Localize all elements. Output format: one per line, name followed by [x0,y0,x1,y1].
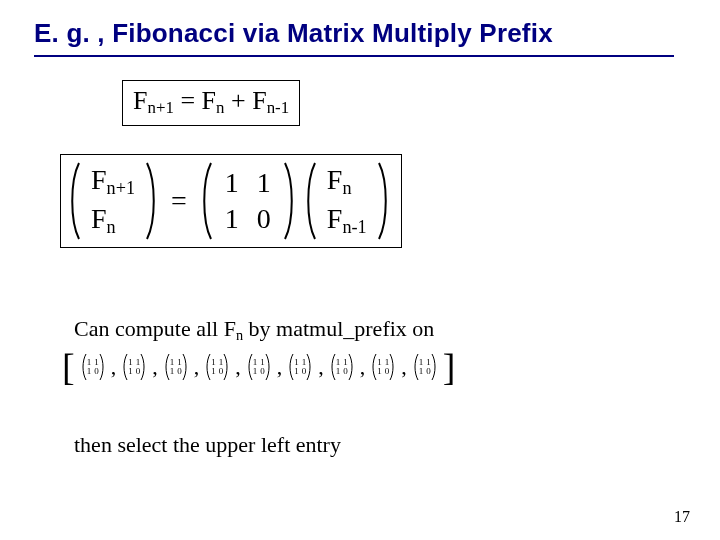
bracket-close: ] [441,352,458,382]
rec-t2-base: F [252,86,266,115]
paren-close-icon [140,353,146,381]
rec-t2-sub: n-1 [267,98,290,117]
mini-matrix: 1110 [413,353,437,381]
lhs-r1: Fn+1 [91,164,135,199]
rec-t1-base: F [202,86,216,115]
line1-pre: Can compute all F [74,316,236,341]
rec-plus: + [224,86,252,115]
bracket-open: [ [60,352,77,382]
mini-matrix: 1110 [81,353,105,381]
paren-open-icon [67,161,81,241]
paren-open-icon [303,161,317,241]
lhs-r1-sub: n+1 [107,178,135,198]
sequence-comma: , [109,354,119,380]
page-number: 17 [674,508,690,526]
matrix-sequence: [1110,1110,1110,1110,1110,1110,1110,1110… [60,352,457,382]
paren-close-icon [283,161,297,241]
title-block: E. g. , Fibonacci via Matrix Multiply Pr… [34,18,686,65]
mid-r2c1: 1 [223,203,241,235]
paren-close-icon [431,353,437,381]
paren-close-icon [182,353,188,381]
rhs-r2-sub: n-1 [342,217,366,237]
mid-r1c1: 1 [223,167,241,199]
rec-lhs-sub: n+1 [147,98,173,117]
slide: E. g. , Fibonacci via Matrix Multiply Pr… [0,0,720,540]
sequence-comma: , [275,354,285,380]
lhs-r2-sub: n [107,217,116,237]
body-line-1: Can compute all Fn by matmul_prefix on [74,316,434,344]
mid-col2: 1 0 [251,167,277,235]
rhs-r1-sub: n [342,178,351,198]
title-underline [34,55,674,57]
rhs-r1: Fn [327,164,352,199]
rhs-vector: Fn Fn-1 [323,164,371,237]
mini-matrix: 1110 [122,353,146,381]
line1-post: by matmul_prefix on [243,316,434,341]
mini-matrix: 1110 [247,353,271,381]
matrix-equation: Fn+1 Fn = 1 1 1 0 Fn Fn-1 [60,154,402,248]
paren-close-icon [223,353,229,381]
rec-eq: = [174,86,202,115]
mini-matrix: 1110 [205,353,229,381]
recurrence-equation: Fn+1 = Fn + Fn-1 [122,80,300,126]
rhs-r2: Fn-1 [327,203,367,238]
mid-r1c2: 1 [255,167,273,199]
lhs-r1-base: F [91,164,107,195]
paren-close-icon [389,353,395,381]
mini-matrix: 1110 [164,353,188,381]
sequence-comma: , [399,354,409,380]
mini-matrix: 1110 [371,353,395,381]
lhs-r2-base: F [91,203,107,234]
sequence-comma: , [358,354,368,380]
paren-close-icon [306,353,312,381]
paren-open-icon [199,161,213,241]
paren-close-icon [348,353,354,381]
sequence-comma: , [316,354,326,380]
rhs-r2-base: F [327,203,343,234]
line1-sub: n [236,327,243,343]
mini-matrix: 1110 [288,353,312,381]
paren-close-icon [377,161,391,241]
equals-sign: = [165,185,193,217]
sequence-comma: , [150,354,160,380]
paren-close-icon [265,353,271,381]
lhs-vector: Fn+1 Fn [87,164,139,237]
matrix-row: Fn+1 Fn = 1 1 1 0 Fn Fn-1 [67,161,391,241]
mini-matrix: 1110 [330,353,354,381]
paren-close-icon [145,161,159,241]
mid-col1: 1 1 [219,167,245,235]
rec-lhs-base: F [133,86,147,115]
lhs-r2: Fn [91,203,116,238]
sequence-comma: , [233,354,243,380]
sequence-comma: , [192,354,202,380]
mid-r2c2: 0 [255,203,273,235]
rhs-r1-base: F [327,164,343,195]
body-line-3: then select the upper left entry [74,432,341,458]
page-title: E. g. , Fibonacci via Matrix Multiply Pr… [34,18,686,49]
paren-close-icon [99,353,105,381]
